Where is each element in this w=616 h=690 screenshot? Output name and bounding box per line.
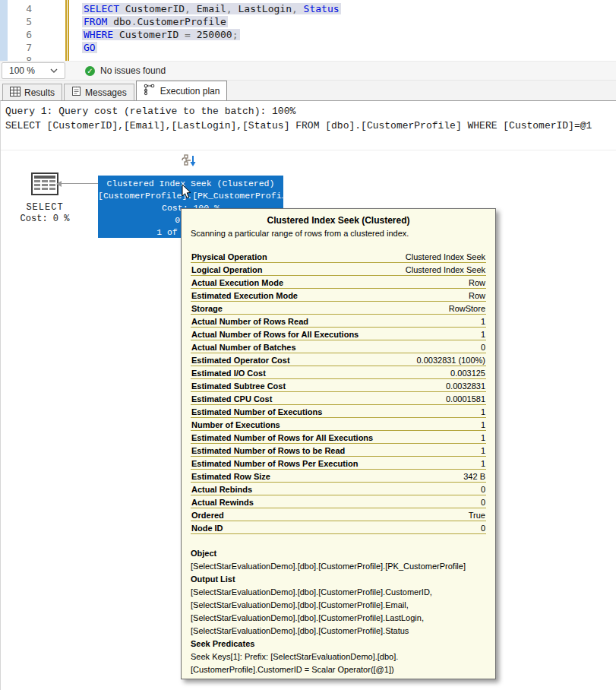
tooltip-property-row: Actual Rewinds0 xyxy=(191,495,486,508)
property-label: Actual Rebinds xyxy=(191,485,252,494)
tooltip-property-row: StorageRowStore xyxy=(191,302,486,315)
property-value: True xyxy=(469,511,485,520)
tooltip-property-row: Actual Rebinds0 xyxy=(191,483,486,495)
line-number-gutter: 45678 xyxy=(8,0,38,61)
property-label: Estimated Operator Cost xyxy=(191,356,290,365)
property-value: RowStore xyxy=(449,304,485,313)
tab-label: Execution plan xyxy=(160,86,220,97)
gutter-gap xyxy=(38,0,65,61)
plan-statement-text: SELECT [CustomerID],[Email],[LastLogin],… xyxy=(5,119,611,133)
tooltip-title: Clustered Index Seek (Clustered) xyxy=(191,215,486,226)
property-label: Estimated Number of Rows for All Executi… xyxy=(191,433,373,442)
tooltip-property-row: Actual Number of Rows Read1 xyxy=(191,315,486,328)
tooltip-section-line: [SelectStarEvaluationDemo].[dbo].[Custom… xyxy=(191,586,486,599)
line-number: 7 xyxy=(8,41,32,54)
property-label: Estimated Number of Executions xyxy=(191,407,322,416)
tooltip-property-row: Actual Number of Rows for All Executions… xyxy=(191,328,486,340)
tab-label: Messages xyxy=(85,87,127,98)
property-value: Row xyxy=(469,291,485,300)
property-value: 0 xyxy=(481,498,485,507)
no-issues-check-icon: ✓ xyxy=(85,66,95,76)
tooltip-property-row: Estimated Number of Rows for All Executi… xyxy=(191,431,486,444)
property-value: Row xyxy=(469,278,485,287)
tooltip-property-row: Number of Executions1 xyxy=(191,418,486,431)
property-value: 342 B xyxy=(463,472,485,481)
tooltip-description: Scanning a particular range of rows from… xyxy=(191,229,486,238)
property-label: Node ID xyxy=(191,524,223,533)
property-value: 1 xyxy=(481,459,485,468)
property-label: Actual Execution Mode xyxy=(191,278,283,287)
property-label: Estimated Number of Rows Per Execution xyxy=(191,459,358,468)
tooltip-property-row: OrderedTrue xyxy=(191,508,486,521)
property-value: 0.0032831 (100%) xyxy=(416,356,485,365)
property-value: Clustered Index Seek xyxy=(406,252,485,261)
property-value: 0 xyxy=(481,343,485,352)
tooltip-property-row: Estimated Number of Executions1 xyxy=(191,405,486,418)
plan-node-adornment-icon xyxy=(178,151,200,172)
select-plan-node[interactable]: SELECT Cost: 0 % xyxy=(11,172,78,225)
property-label: Estimated I/O Cost xyxy=(191,369,266,378)
plan-header: Query 1: Query cost (relative to the bat… xyxy=(1,101,616,133)
property-value: Clustered Index Seek xyxy=(406,265,485,274)
editor-left-margin xyxy=(0,0,8,61)
property-value: 0 xyxy=(481,524,485,533)
code-line[interactable]: GO xyxy=(82,41,616,54)
results-tab-strip: ResultsMessagesExecution plan xyxy=(0,81,616,100)
property-label: Number of Executions xyxy=(191,420,280,429)
mouse-cursor-icon xyxy=(182,185,194,200)
issues-status-text: No issues found xyxy=(100,65,166,76)
operator-tooltip: Clustered Index Seek (Clustered) Scannin… xyxy=(181,208,496,679)
tooltip-sections: Object[SelectStarEvaluationDemo].[dbo].[… xyxy=(191,547,486,676)
line-number: 8 xyxy=(8,54,32,61)
execution-plan-icon xyxy=(144,84,156,98)
property-label: Estimated Execution Mode xyxy=(191,291,298,300)
property-label: Estimated Row Size xyxy=(191,472,270,481)
tab-messages[interactable]: Messages xyxy=(64,84,134,100)
tooltip-property-table: Physical OperationClustered Index SeekLo… xyxy=(191,250,486,534)
tooltip-property-row: Logical OperationClustered Index Seek xyxy=(191,263,486,276)
property-value: 0.003125 xyxy=(450,369,485,378)
property-label: Physical Operation xyxy=(191,252,267,261)
tab-results[interactable]: Results xyxy=(2,84,62,100)
property-value: 1 xyxy=(481,407,485,416)
property-value: 0.0032831 xyxy=(446,381,485,391)
tooltip-property-row: Estimated Operator Cost0.0032831 (100%) xyxy=(191,353,486,366)
tooltip-property-row: Estimated I/O Cost0.003125 xyxy=(191,366,486,379)
tooltip-section-line: Seek Keys[1]: Prefix: [SelectStarEvaluat… xyxy=(191,650,486,663)
tooltip-section-line: [SelectStarEvaluationDemo].[dbo].[Custom… xyxy=(191,612,486,625)
tooltip-section-heading: Object xyxy=(191,547,486,560)
plan-header-separator xyxy=(1,150,616,150)
tooltip-property-row: Physical OperationClustered Index Seek xyxy=(191,250,486,263)
sql-editor[interactable]: 45678 SELECT CustomerID, Email, LastLogi… xyxy=(0,0,616,61)
property-label: Logical Operation xyxy=(191,265,263,274)
property-label: Actual Number of Batches xyxy=(191,343,296,352)
tooltip-property-row: Estimated Subtree Cost0.0032831 xyxy=(191,379,486,392)
plan-connector-arrow xyxy=(62,183,98,184)
property-label: Estimated Subtree Cost xyxy=(191,381,286,391)
property-label: Actual Number of Rows for All Executions xyxy=(191,330,359,339)
line-number: 4 xyxy=(8,2,32,15)
tab-execution-plan[interactable]: Execution plan xyxy=(136,81,228,100)
tooltip-property-row: Actual Number of Batches0 xyxy=(191,340,486,353)
property-label: Ordered xyxy=(191,511,224,520)
code-line[interactable]: WHERE CustomerID = 250000; xyxy=(82,28,616,41)
tab-label: Results xyxy=(24,87,55,98)
property-label: Estimated CPU Cost xyxy=(191,394,272,404)
chevron-down-icon xyxy=(50,68,58,74)
zoom-level: 100 % xyxy=(9,65,35,76)
select-node-cost: Cost: 0 % xyxy=(11,214,78,225)
code-line[interactable] xyxy=(82,54,616,61)
tooltip-section-line: [SelectStarEvaluationDemo].[dbo].[Custom… xyxy=(191,560,486,573)
code-line[interactable]: FROM dbo.CustomerProfile xyxy=(82,15,616,28)
zoom-dropdown[interactable]: 100 % xyxy=(2,62,65,79)
property-label: Storage xyxy=(191,304,223,313)
editor-lines[interactable]: SELECT CustomerID, Email, LastLogin, Sta… xyxy=(82,0,616,61)
property-value: 1 xyxy=(481,420,485,429)
property-label: Estimated Number of Rows to be Read xyxy=(191,446,345,455)
change-tracking-bar xyxy=(65,0,70,61)
property-label: Actual Rewinds xyxy=(191,498,254,507)
tooltip-property-row: Node ID0 xyxy=(191,521,486,534)
property-label: Actual Number of Rows Read xyxy=(191,317,308,326)
property-value: 0 xyxy=(481,485,485,494)
code-line[interactable]: SELECT CustomerID, Email, LastLogin, Sta… xyxy=(82,2,616,15)
